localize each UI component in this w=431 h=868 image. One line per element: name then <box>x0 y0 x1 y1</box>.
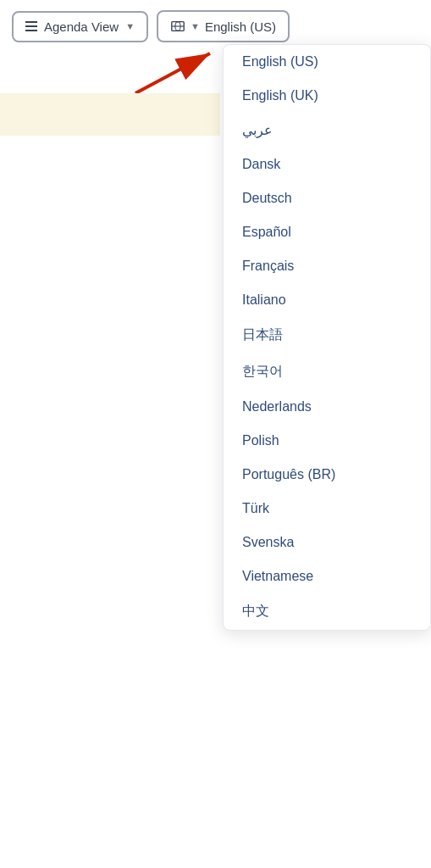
language-option-ko[interactable]: 한국어 <box>224 353 430 390</box>
language-option-es[interactable]: Español <box>224 215 430 249</box>
language-option-sv[interactable]: Svenska <box>224 526 430 559</box>
language-option-nl[interactable]: Nederlands <box>224 390 430 424</box>
agenda-view-button[interactable]: Agenda View ▼ <box>12 11 148 42</box>
arrow-indicator <box>110 47 229 97</box>
svg-line-4 <box>135 53 210 93</box>
language-option-vi[interactable]: Vietnamese <box>224 559 430 593</box>
highlight-bar <box>0 93 220 136</box>
language-option-en-uk[interactable]: English (UK) <box>224 79 430 113</box>
language-button[interactable]: ▼ English (US) <box>157 10 290 42</box>
language-option-ar[interactable]: عربي <box>224 113 430 147</box>
lang-chevron-icon: ▼ <box>191 21 200 31</box>
language-option-it[interactable]: Italiano <box>224 283 430 317</box>
language-option-pl[interactable]: Polish <box>224 424 430 458</box>
agenda-view-label: Agenda View <box>44 19 119 34</box>
globe-icon <box>170 19 185 34</box>
language-option-fr[interactable]: Français <box>224 249 430 283</box>
language-option-tr[interactable]: Türk <box>224 492 430 526</box>
language-dropdown: English (US)English (UK)عربيDanskDeutsch… <box>223 44 431 631</box>
language-option-ja[interactable]: 日本語 <box>224 317 430 353</box>
language-option-da[interactable]: Dansk <box>224 147 430 181</box>
language-option-en-us[interactable]: English (US) <box>224 45 430 79</box>
language-label: English (US) <box>205 19 276 34</box>
chevron-down-icon: ▼ <box>125 21 135 31</box>
language-option-de[interactable]: Deutsch <box>224 181 430 215</box>
language-option-pt-br[interactable]: Português (BR) <box>224 458 430 492</box>
language-option-zh[interactable]: 中文 <box>224 593 430 630</box>
list-icon <box>25 21 37 31</box>
